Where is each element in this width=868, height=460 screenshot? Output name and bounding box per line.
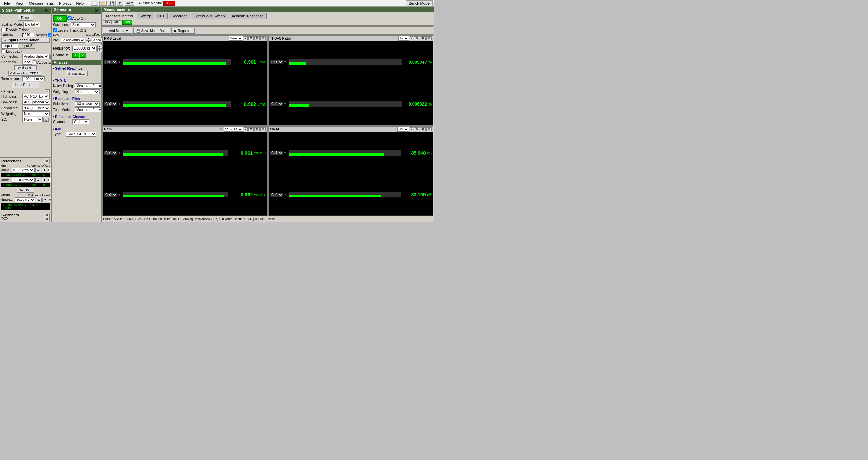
sinad-settings-btn[interactable]: ⚙: [414, 127, 419, 131]
weighting-select[interactable]: None: [22, 111, 50, 116]
sinad-minus-btn[interactable]: -: [410, 127, 413, 131]
latency-input[interactable]: [22, 33, 34, 37]
thd-ch2-dropdown[interactable]: ▼: [284, 102, 287, 106]
sinad-close-btn[interactable]: ✕: [426, 127, 432, 131]
frequency-select[interactable]: 1.00000 kHz: [72, 46, 97, 51]
dbspl1-cal-input[interactable]: [49, 198, 52, 202]
dbrb-down-btn[interactable]: ▼: [42, 178, 47, 182]
sub-toolbar-btn1[interactable]: APx: [103, 20, 112, 24]
enable-dither-check[interactable]: [1, 28, 5, 32]
dbrb-offset-input[interactable]: [48, 178, 52, 182]
ref-channel-select[interactable]: Ch1: [72, 119, 89, 124]
apx-btn[interactable]: APx: [125, 1, 134, 6]
rms-ch1-select[interactable]: Ch1: [104, 60, 117, 64]
thd-expand-btn[interactable]: ⊞: [420, 36, 426, 40]
audible-monitor-off-btn[interactable]: OFF: [163, 1, 175, 6]
tab-acoustic-response[interactable]: Acoustic Response: [229, 13, 267, 19]
set-dbspl-btn[interactable]: Set dBSPL...: [14, 65, 37, 70]
add-meter-btn[interactable]: + Add Meter ▼: [103, 28, 132, 34]
generator-on-btn[interactable]: ON: [53, 15, 67, 22]
channels-select[interactable]: 2: [22, 60, 32, 65]
termination-select[interactable]: 100 kohm: [22, 76, 45, 81]
gain-ch1-dropdown[interactable]: ▼: [118, 151, 121, 155]
filters-settings-btn[interactable]: ≡: [45, 89, 50, 93]
thd-ch1-select[interactable]: Ch1: [270, 60, 283, 64]
menu-project[interactable]: Project: [56, 1, 73, 6]
gain-ch2-dropdown[interactable]: ▼: [118, 193, 121, 196]
references-expand-btn[interactable]: ⊞: [44, 159, 50, 163]
rms-minus-btn[interactable]: -: [244, 36, 248, 40]
selectivity-select[interactable]: 1/3 octave: [75, 101, 100, 107]
connector-config-btn[interactable]: ⚙: [50, 55, 51, 59]
rms-ch2-select[interactable]: Ch2: [104, 102, 117, 106]
dbspl1-down-btn[interactable]: ▼: [42, 198, 48, 202]
thd-ch1-dropdown[interactable]: ▼: [284, 60, 287, 64]
rms-ch1-dropdown[interactable]: ▼: [118, 60, 121, 64]
auto-check[interactable]: [48, 33, 51, 37]
bandwidth-select[interactable]: 90k (192 kHz SR): [22, 106, 50, 111]
ch1-btn[interactable]: 1: [72, 53, 79, 58]
waveform-select[interactable]: Sine: [71, 22, 96, 27]
settings-btn[interactable]: ⚙ Settings...: [65, 71, 88, 76]
loopback-check[interactable]: [1, 49, 5, 53]
menu-measurements[interactable]: Measurements: [26, 1, 56, 6]
thd-ch2-select[interactable]: Ch2: [270, 102, 283, 106]
sinad-ch1-select[interactable]: Ch1: [270, 151, 283, 155]
gain-ch2-select[interactable]: Ch2: [104, 193, 117, 197]
gain-minus-btn[interactable]: -: [244, 127, 248, 131]
gain-unit-select[interactable]: Vrms/FS: [224, 127, 243, 132]
tab-recorder[interactable]: Recorder: [169, 13, 190, 19]
save-btn[interactable]: 💾: [108, 1, 116, 6]
dbrb-up-btn[interactable]: ▲: [35, 178, 41, 182]
sinad-ch2-dropdown[interactable]: ▼: [284, 193, 287, 196]
dbspl1-up-btn[interactable]: ▲: [36, 198, 42, 202]
thd-unit-select[interactable]: %: [398, 36, 409, 41]
imd-type-select[interactable]: SMPTE/DIN: [66, 132, 96, 137]
settings-btn[interactable]: ⚙: [117, 1, 123, 6]
input2-tab[interactable]: Input 2: [19, 43, 35, 49]
switchers-expand-btn[interactable]: ⊞: [44, 213, 50, 217]
acoustic-check[interactable]: [33, 60, 37, 64]
input1-tab[interactable]: Input 1: [1, 43, 18, 49]
connector-select[interactable]: Analog Unbalanced: [22, 54, 50, 59]
thd-close-btn[interactable]: ✕: [426, 36, 432, 40]
set-dbr-btn[interactable]: Set dBr...: [17, 188, 34, 193]
dbra-offset-input[interactable]: [48, 168, 52, 172]
ch1-level-spinner[interactable]: ▲▼: [86, 37, 91, 44]
gain-expand-btn[interactable]: ⊞: [254, 127, 260, 131]
rms-close-btn[interactable]: ✕: [260, 36, 266, 40]
thd-minus-btn[interactable]: -: [410, 36, 413, 40]
lowpass-select[interactable]: ADC passband: [22, 100, 50, 105]
menu-file[interactable]: File: [1, 1, 13, 6]
sinad-ch2-select[interactable]: Ch2: [270, 193, 283, 197]
generator-expand[interactable]: ▶: [95, 7, 99, 13]
tab-fft[interactable]: FFT: [155, 13, 168, 19]
eq-settings-btn[interactable]: ⚙: [43, 118, 49, 122]
sub-toolbar-btn2[interactable]: APx: [113, 20, 121, 24]
sinad-expand-btn[interactable]: ⊞: [420, 127, 426, 131]
gain-close-btn[interactable]: ✕: [260, 127, 266, 131]
ch1-level-select[interactable]: -0.000 dBFS: [61, 38, 85, 43]
open-btn[interactable]: 📂: [99, 1, 107, 6]
menu-view[interactable]: View: [13, 1, 26, 6]
tune-mode-select[interactable]: Measured Frequency: [75, 107, 101, 112]
sinad-unit-select[interactable]: dB: [397, 127, 409, 132]
eq-select[interactable]: None: [22, 117, 43, 122]
dbra-up-btn[interactable]: ▲: [35, 168, 41, 172]
rms-settings-btn[interactable]: ⚙: [248, 36, 254, 40]
analyzer-weighting-select[interactable]: None: [75, 89, 100, 94]
rms-unit-select[interactable]: Vrms: [229, 36, 243, 41]
rms-expand-btn[interactable]: ⊞: [254, 36, 260, 40]
menu-help[interactable]: Help: [73, 1, 86, 6]
bench-mode-btn[interactable]: Bench Mode: [406, 0, 433, 6]
rms-ch2-dropdown[interactable]: ▼: [118, 102, 121, 106]
notch-tuning-select[interactable]: Measured Frequency: [75, 83, 101, 89]
scaling-mode-select[interactable]: Digital: [23, 22, 40, 27]
dbspl1-select[interactable]: 10.00 mVrms: [15, 197, 35, 202]
frequency-spinner[interactable]: ▲▼: [97, 45, 102, 52]
gain-ch1-select[interactable]: Ch1: [104, 151, 117, 155]
levels-track-check[interactable]: [53, 28, 57, 32]
dbra-down-btn[interactable]: ▼: [42, 168, 47, 172]
tab-continuous-sweep[interactable]: Continuous Sweep: [191, 13, 228, 19]
signal-path-expand[interactable]: ▶: [45, 7, 49, 13]
